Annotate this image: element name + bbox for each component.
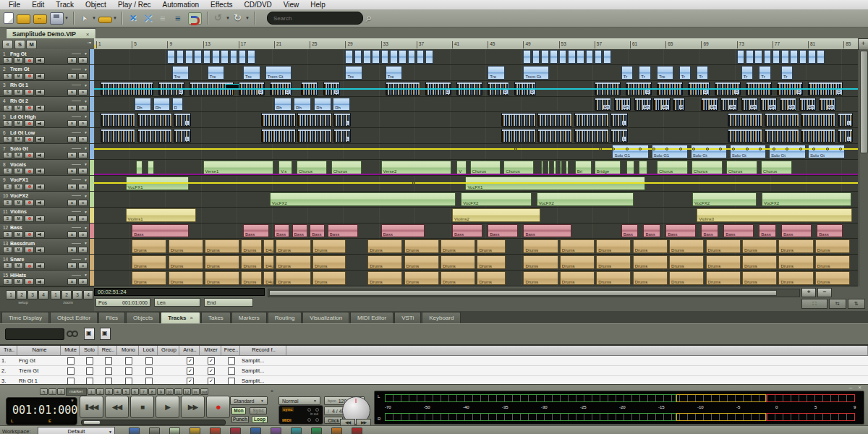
track-menu-icon[interactable]: ▼ [84,146,88,150]
column-header-free[interactable]: Free.. [221,346,240,355]
track-record-button[interactable] [25,278,34,285]
audio-clip[interactable] [381,50,389,64]
track-record-button[interactable] [25,184,34,190]
track-header-vocfx2[interactable]: 10VocFX2▼SMao [0,192,94,208]
menu-item-view[interactable]: View [278,1,305,9]
timeline-ruler[interactable]: 1591317212529333741454953576165697377818… [94,38,858,50]
object-mode-dropdown-icon[interactable]: ▼ [113,16,118,20]
dock-tab-routing[interactable]: Routing [268,312,302,323]
audio-clip[interactable]: Bass [488,224,518,238]
audio-clip[interactable]: Chorus [297,161,327,174]
audio-clip[interactable] [566,161,568,174]
track-lane-trem-gt[interactable]: TreTreTreTrem GtTreTreTreTrem GtTrTrTreT… [94,65,858,81]
audio-clip[interactable]: Tre [386,66,403,80]
audio-clip[interactable] [574,113,609,127]
menu-item-play-rec[interactable]: Play / Rec [112,1,157,9]
table-row[interactable]: 2.Trem Gt✓✓Samplit... [0,366,868,376]
track-monitor-button[interactable] [35,120,45,127]
marker-button-5[interactable]: 5 [122,388,130,395]
audio-clip[interactable]: Tre [172,66,190,80]
track-mute-button[interactable]: M [14,231,23,238]
track-solo-button[interactable]: S [3,247,12,253]
track-solo-button[interactable]: S [3,152,12,158]
audio-clip[interactable] [773,50,780,64]
audio-clip[interactable] [261,129,296,142]
track-automation-button[interactable]: a [67,152,77,158]
audio-clip[interactable] [532,50,540,64]
column-header-mute[interactable]: Mute [61,346,80,355]
track-monitor-button[interactable] [35,73,45,80]
audio-clip[interactable]: Trem Gt [523,66,549,80]
audio-clip[interactable]: Bass [665,224,696,238]
audio-clip[interactable]: Drums [241,239,262,253]
track-mute-button[interactable]: M [14,263,23,269]
track-menu-icon[interactable]: ▼ [84,273,88,277]
track-menu-icon[interactable]: ▼ [84,257,88,261]
audio-clip[interactable]: V.s [278,161,292,174]
audio-clip[interactable] [239,50,247,64]
track-monitor-button[interactable] [35,57,45,64]
track-freeze-button[interactable]: o [78,105,88,111]
checkbox[interactable]: ✓ [208,357,215,365]
menu-item-track[interactable]: Track [50,1,80,9]
audio-clip[interactable]: Tr [759,66,770,80]
audio-clip[interactable]: Solo Gt [691,145,728,158]
audio-clip[interactable] [603,50,611,64]
audio-clip[interactable]: Solo G1 [652,145,689,158]
audio-clip[interactable]: Bass [621,224,639,238]
track-monitor-button[interactable] [35,105,45,111]
rewind-button[interactable]: ◀◀ [105,396,129,418]
audio-clip[interactable]: Drums [477,239,506,253]
audio-clip[interactable]: Drums [441,239,475,253]
track-lane-solo-gt[interactable]: Solo G1Solo G1Solo GtSolo GtSolo GtSolo … [94,144,858,160]
scroll-vertical-button[interactable]: ⇅ [848,299,865,309]
track-freeze-button[interactable]: o [78,263,88,269]
track-record-button[interactable] [25,152,34,158]
audio-clip[interactable]: Drums [477,271,506,285]
quick-icon[interactable] [271,427,281,434]
track-mute-button[interactable]: M [14,136,23,142]
track-record-button[interactable] [25,89,34,95]
audio-clip[interactable]: Rh [294,98,311,111]
zoom-preset-button[interactable]: ⛶ [801,299,827,309]
audio-clip[interactable] [728,129,762,142]
undo-icon[interactable] [213,13,225,24]
audio-clip[interactable]: Tr [621,66,633,80]
track-mute-button[interactable]: M [14,200,23,206]
len-field[interactable]: Len [154,298,200,307]
track-lane-snare[interactable]: DrumsDrumsDrumsDrumsD4uDrumsDrumsDrumsDr… [94,255,858,271]
zoom-out-button[interactable]: − [817,288,832,297]
position-slider[interactable] [81,420,226,425]
audio-clip[interactable] [212,50,220,64]
quick-icon[interactable] [331,427,342,434]
marker-button-8[interactable]: 8 [148,388,156,395]
track-solo-button[interactable]: S [3,136,12,142]
track-automation-button[interactable]: a [67,263,77,269]
track-volume-slider[interactable] [72,116,81,117]
track-menu-icon[interactable]: ▼ [84,114,88,119]
audio-clip[interactable]: Violins2 [452,208,540,222]
track-volume-slider[interactable] [72,101,81,101]
dock-tab-visualization[interactable]: Visualization [302,312,349,323]
audio-clip[interactable] [799,50,807,64]
audio-clip[interactable]: Drums [132,255,166,269]
marker-button-2[interactable]: 2 [96,388,104,395]
track-automation-button[interactable]: a [67,120,77,127]
marker-button-7[interactable]: 7 [140,388,148,395]
column-header-arra[interactable]: Arra.. [179,346,200,355]
track-automation-button[interactable]: a [67,57,77,64]
dock-tab-files[interactable]: Files [98,312,125,323]
audio-clip[interactable]: Bass [243,224,269,238]
track-header-fng-gt[interactable]: 1Fng Gt▼SMao [0,49,94,65]
audio-clip[interactable]: Bass [759,224,776,238]
audio-clip[interactable]: Bass [723,224,754,238]
audio-clip[interactable]: Violins1 [126,208,196,222]
undo-dropdown-icon[interactable]: ▼ [226,16,231,20]
audio-clip[interactable]: Tre [208,66,225,80]
stop-button[interactable]: ■ [130,396,154,418]
track-automation-button[interactable]: a [67,278,77,285]
marker-nav-button[interactable]: 1 [48,388,56,395]
tempo-mode-select[interactable]: Normal▼ [278,396,320,405]
track-record-button[interactable] [25,136,34,142]
search-icon[interactable] [365,13,377,24]
